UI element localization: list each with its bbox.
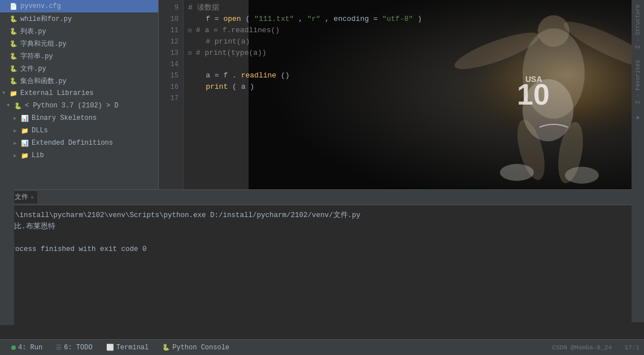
- python-icon: 🐍: [14, 101, 23, 110]
- file-label: 列表.py: [20, 27, 46, 36]
- eq: =: [373, 15, 378, 23]
- file-item-while-for[interactable]: 🐍 while和for.py: [0, 12, 158, 25]
- cursor-position: 17:1: [625, 344, 639, 351]
- tab-run[interactable]: 4: Run: [5, 340, 49, 356]
- line-num-14: 14: [160, 59, 179, 70]
- file-item-ext-lib[interactable]: ▼ 📁 External Libraries: [0, 87, 158, 99]
- file-item-string[interactable]: 🐍 字符串.py: [0, 50, 158, 62]
- code-line-11: ⊟ # a = f.readlines(): [188, 25, 639, 36]
- dot: .: [232, 71, 237, 80]
- expand-arrow: ▼: [2, 90, 9, 96]
- str-utf8: "utf-8": [382, 15, 413, 23]
- file-item-dict[interactable]: 🐍 字典和元组.py: [0, 37, 158, 50]
- str-111: "111.txt": [254, 15, 294, 23]
- bottom-bar: 4: Run ☰ 6: TODO ⬜ Terminal 🐍 Python Con…: [0, 339, 644, 355]
- file-item-list[interactable]: 🐍 列表.py: [0, 25, 158, 37]
- code-line-12: # print(a): [188, 36, 639, 47]
- file-item-dlls[interactable]: ▶ 📁 DLLs: [0, 124, 158, 137]
- file-tree: 📄 pyvenv.cfg 🐍 while和for.py 🐍 列表.py 🐍 字典…: [0, 0, 158, 189]
- editor-content: 9 10 11 12 13 14 15 16 17 # 读数据 f = open: [158, 0, 644, 189]
- lib-icon: 📊: [20, 114, 29, 123]
- run-output-content: D:\install\pycharm\2102\venv\Scripts\pyt…: [0, 205, 644, 325]
- line-num-13: 13: [160, 47, 179, 59]
- vertical-separator: [158, 0, 159, 189]
- comma: ,: [298, 15, 303, 23]
- file-item-set[interactable]: 🐍 集合和函数.py: [0, 75, 158, 87]
- folder-icon: 📁: [9, 89, 18, 98]
- tab-todo[interactable]: ☰ 6: TODO: [49, 340, 99, 356]
- code-lines[interactable]: # 读数据 f = open ( "111.txt" , "r" , encod…: [184, 0, 644, 189]
- file-label: < Python 3.7 (2102) > D: [25, 102, 119, 110]
- run-empty-line: [7, 232, 637, 244]
- paren-close: ): [417, 15, 422, 23]
- cfg-file-icon: 📄: [9, 2, 18, 11]
- left-run-sidebar: [0, 189, 14, 325]
- fold-icon2: ⊟: [188, 50, 192, 57]
- var-f2: f: [223, 71, 228, 80]
- folder-icon: 📁: [20, 126, 29, 135]
- line-num-17: 17: [160, 93, 179, 104]
- paren: (: [245, 15, 250, 23]
- fold-icon: ⊟: [188, 28, 192, 34]
- line-num-9: 9: [160, 2, 179, 14]
- file-item-python37[interactable]: ▼ 🐍 < Python 3.7 (2102) > D: [0, 99, 158, 112]
- file-label: DLLs: [32, 127, 48, 135]
- py-file-icon: 🐍: [9, 14, 18, 23]
- kwarg-encoding: encoding: [334, 15, 369, 23]
- var-a: a: [206, 71, 210, 80]
- comment-printa: # print(a): [206, 37, 250, 46]
- py-file-icon: 🐍: [9, 27, 18, 36]
- star-icon[interactable]: ★: [636, 113, 639, 122]
- file-label: while和for.py: [20, 14, 72, 24]
- tab-python-console[interactable]: 🐍 Python Console: [155, 340, 236, 356]
- file-item-file[interactable]: 🐍 文件.py: [0, 62, 158, 75]
- run-command-line: D:\install\pycharm\2102\venv\Scripts\pyt…: [7, 210, 637, 221]
- py-file-icon: 🐍: [9, 51, 18, 60]
- tab-run-label: 4: Run: [18, 344, 42, 352]
- z-structure-tab[interactable]: Z - Structure: [635, 2, 641, 51]
- line-numbers: 9 10 11 12 13 14 15 16 17: [158, 0, 184, 189]
- tab-terminal[interactable]: ⬜ Terminal: [99, 340, 156, 356]
- py-file-icon: 🐍: [9, 39, 18, 48]
- run-exit-line: Process finished with exit code 0: [7, 244, 637, 255]
- file-label: 文件.py: [20, 64, 46, 73]
- collapse-arrow: ▶: [14, 128, 20, 134]
- func-print: print: [206, 83, 228, 91]
- terminal-icon: ⬜: [106, 344, 114, 351]
- run-panel: Run: ▶ ▲ ▼ ⊞ ⬇ 🖨 🗑 文件 ✕ D:\install\pycha…: [0, 189, 644, 325]
- py-file-icon: 🐍: [9, 76, 18, 85]
- comment-text: # 读数据: [188, 3, 219, 12]
- file-label: pyvenv.cfg: [20, 2, 61, 10]
- comment-readlines: # a = f.readlines(): [196, 26, 280, 34]
- folder-icon: 📁: [20, 151, 29, 160]
- watermark: CSDN @Mamba-8_24: [552, 344, 612, 351]
- lib-icon: 📊: [20, 138, 29, 148]
- editor-area: USA 10 9 10 11 12 13: [158, 0, 644, 189]
- code-line-10: f = open ( "111.txt" , "r" , encoding = …: [188, 14, 639, 25]
- comment-printtype: # print(type(a)): [196, 49, 267, 57]
- code-line-16: print ( a ): [188, 81, 639, 93]
- collapse-arrow: ▶: [14, 115, 20, 122]
- horizontal-separator: [0, 189, 644, 190]
- code-line-17: [188, 93, 639, 104]
- tab-python-console-label: Python Console: [172, 344, 229, 352]
- file-item-lib[interactable]: ▶ 📁 Lib: [0, 149, 158, 162]
- expand-arrow: ▼: [7, 103, 14, 109]
- file-label: 字符串.py: [20, 51, 53, 61]
- comma2: ,: [325, 15, 329, 23]
- operator: =: [215, 15, 224, 23]
- file-label: External Libraries: [20, 89, 94, 97]
- py-file-icon: 🐍: [9, 64, 18, 73]
- collapse-arrow: ▶: [14, 153, 20, 159]
- file-item-binary-skeletons[interactable]: ▶ 📊 Binary Skeletons: [0, 112, 158, 124]
- line-num-11: 11: [160, 25, 179, 36]
- func-open: open: [223, 15, 241, 23]
- line-num-15: 15: [160, 70, 179, 81]
- favorites-tab[interactable]: 2 - Favorites: [635, 58, 641, 106]
- file-item-pyvenv[interactable]: 📄 pyvenv.cfg: [0, 0, 158, 12]
- file-item-extended-defs[interactable]: ▶ 📊 Extended Definitions: [0, 137, 158, 149]
- var-a2: a: [241, 83, 246, 91]
- run-tab-close[interactable]: ✕: [31, 194, 34, 201]
- code-line-13: ⊟ # print(type(a)): [188, 47, 639, 59]
- file-label: Extended Definitions: [32, 139, 113, 147]
